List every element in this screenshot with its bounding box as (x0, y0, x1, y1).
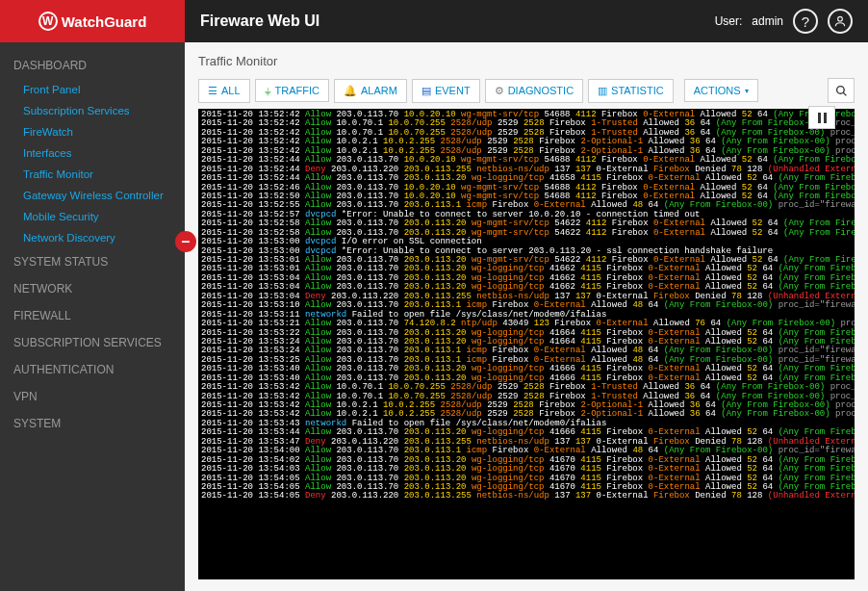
sidebar-section[interactable]: NETWORK (0, 275, 185, 302)
svg-point-0 (838, 16, 843, 21)
search-icon (835, 85, 848, 97)
gear-icon: ⚙ (495, 85, 504, 97)
filter-traffic-button[interactable]: ⏚TRAFFIC (255, 79, 329, 102)
sidebar-section[interactable]: AUTHENTICATION (0, 356, 185, 383)
sidebar-section[interactable]: DASHBOARD (0, 52, 185, 79)
user-icon[interactable] (828, 9, 853, 34)
search-button[interactable] (828, 78, 855, 103)
main-content: Traffic Monitor ☰ALL ⏚TRAFFIC 🔔ALARM ▤EV… (185, 42, 868, 591)
sidebar-item[interactable]: Subscription Services (0, 100, 185, 121)
actions-dropdown[interactable]: ACTIONS ▾ (684, 79, 758, 102)
user-name: admin (752, 14, 783, 28)
sidebar-item[interactable]: Front Panel (0, 79, 185, 100)
list-icon: ☰ (208, 85, 217, 97)
filter-alarm-button[interactable]: 🔔ALARM (334, 79, 407, 103)
sidebar-item[interactable]: Gateway Wireless Controller (0, 185, 185, 206)
sidebar-section[interactable]: SYSTEM (0, 410, 185, 437)
sidebar-item[interactable]: Interfaces (0, 142, 185, 164)
user-area: User: admin ? (715, 9, 868, 34)
user-label: User: (715, 14, 743, 28)
calendar-icon: ▤ (421, 85, 431, 97)
svg-point-1 (836, 86, 844, 93)
wifi-icon: ⏚ (265, 85, 271, 96)
sidebar-section[interactable]: SYSTEM STATUS (0, 248, 185, 275)
page-title: Traffic Monitor (198, 54, 855, 68)
log-panel[interactable]: 2015-11-20 13:52:42 Allow 203.0.113.70 1… (198, 109, 855, 579)
pause-button[interactable] (808, 106, 835, 129)
sidebar-item[interactable]: Traffic Monitor (0, 164, 185, 185)
sidebar-collapse-button[interactable]: – (175, 231, 196, 252)
filter-diagnostic-button[interactable]: ⚙DIAGNOSTIC (485, 79, 583, 103)
sidebar-section[interactable]: VPN (0, 383, 185, 410)
filter-event-button[interactable]: ▤EVENT (412, 79, 480, 103)
sidebar-item[interactable]: Network Discovery (0, 227, 185, 248)
svg-line-2 (843, 92, 846, 95)
brand-logo: W WatchGuard (0, 0, 185, 42)
sidebar-item[interactable]: Mobile Security (0, 206, 185, 227)
filter-statistic-button[interactable]: ▥STATISTIC (588, 79, 674, 103)
top-bar: W WatchGuard Fireware Web UI User: admin… (0, 0, 868, 42)
app-title: Fireware Web UI (200, 13, 715, 30)
help-icon[interactable]: ? (793, 9, 818, 34)
filter-toolbar: ☰ALL ⏚TRAFFIC 🔔ALARM ▤EVENT ⚙DIAGNOSTIC … (198, 78, 855, 103)
brand-text: WatchGuard (62, 13, 147, 30)
bell-icon: 🔔 (344, 85, 357, 97)
sidebar-section[interactable]: SUBSCRIPTION SERVICES (0, 329, 185, 356)
sidebar-section[interactable]: FIREWALL (0, 302, 185, 329)
logo-icon: W (38, 12, 58, 31)
sidebar: – DASHBOARDFront PanelSubscription Servi… (0, 42, 185, 591)
log-line: 2015-11-20 13:54:05 Deny 203.0.113.220 2… (201, 492, 852, 501)
chevron-down-icon: ▾ (745, 87, 749, 95)
filter-all-button[interactable]: ☰ALL (198, 79, 250, 103)
chart-icon: ▥ (598, 85, 607, 97)
sidebar-item[interactable]: FireWatch (0, 121, 185, 142)
